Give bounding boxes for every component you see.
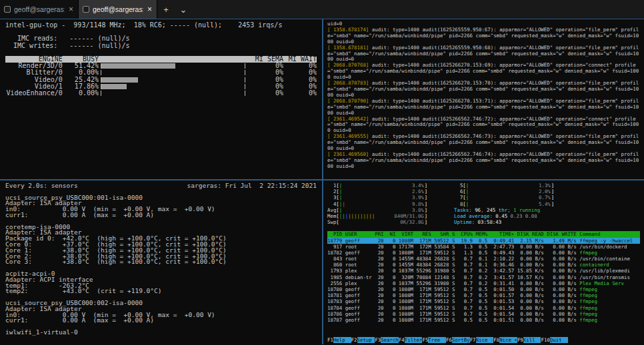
audit-record: [ 2361.469542] audit: type=1400 audit(16… xyxy=(327,117,640,135)
meter-value: 1.3% xyxy=(539,182,551,188)
tab-title: geoff@sargeras: ~ xyxy=(14,5,65,13)
cpu-meter-2: 2[|2.6%] xyxy=(327,188,427,194)
pane-intel-gpu-top[interactable]: intel-gpu-top - 993/1148 MHz; 18% RC6; -… xyxy=(0,19,322,179)
tab-dropdown-button[interactable]: ⌄ xyxy=(175,0,192,19)
function-key[interactable]: F3Search xyxy=(375,337,399,343)
meter-bar: |2.6% xyxy=(339,188,425,194)
audit-timestamp: [ 2361.469560] xyxy=(327,151,369,157)
audit-message: audit: type=1400 audit(1625266270.153:70… xyxy=(327,80,639,98)
process-row[interactable]: 18783 geoff 20 0 1080M 171M 59512 S 0.7 … xyxy=(327,298,640,304)
meter-value: 0K/32.0G xyxy=(400,219,424,225)
function-key[interactable]: F6SortBy xyxy=(446,337,470,343)
function-key[interactable]: F7Nice - xyxy=(470,337,494,343)
process-command: ffmpeg xyxy=(579,292,597,298)
audit-message: audit: type=1400 audit(1625265559.950:67… xyxy=(327,27,639,45)
audit-record: [ 2068.870790] audit: type=1400 audit(16… xyxy=(327,99,640,117)
process-row[interactable]: 843 root 20 0 1455M 48384 26828 S 0.7 0.… xyxy=(327,256,640,262)
sensors-line: curr1: 0.00 A (max = +0.00 A) xyxy=(5,212,317,218)
meter-bar: |1.3% xyxy=(466,182,551,188)
memory-meter: Mem[||||||||||||840M/31.0G] xyxy=(327,213,427,219)
cpu-meter-8: 8[|5.4%] xyxy=(454,201,554,207)
process-row[interactable]: 1793 plex 20 0 1037M 55296 31980 S 0.7 0… xyxy=(327,268,640,274)
pane-htop[interactable]: 1[|3.4%] 5[|1.3%] 2[|2.6%] 6[|2.0%] 3[|3… xyxy=(323,180,644,344)
function-key-label: Tree xyxy=(428,337,446,343)
meter-label: 4 xyxy=(327,201,336,207)
process-row[interactable]: 18782 geoff 20 0 1080M 171M 59512 S 1.3 … xyxy=(327,250,640,256)
process-fields: 2556 plex 20 0 1037M 55296 31980 S 0.7 0… xyxy=(327,280,579,286)
function-key-bar: F1Help F2Setup F3SearchF4FilterF5Tree F6… xyxy=(327,337,644,343)
function-key[interactable]: F2Setup xyxy=(351,337,375,343)
tab-terminal-1[interactable]: geoff@sargeras: ~ × xyxy=(0,0,79,19)
audit-message: audit: type=1400 audit(1625265559.950:68… xyxy=(327,45,639,63)
function-key[interactable]: F5Tree xyxy=(422,337,446,343)
process-row[interactable]: 917 root 20 0 1717M 172M 53584 S 1.3 0.5… xyxy=(327,244,640,250)
meter-bar: |5.4% xyxy=(466,201,551,207)
sensors-output: ucsi_source_psy_USBC000:001-isa-0000Adap… xyxy=(5,195,317,336)
process-command: ffmpeg xyxy=(579,250,597,256)
pane-watch-sensors[interactable]: Every 2.0s: sensors sargeras: Fri Jul 2 … xyxy=(0,180,322,344)
meter-bar: ||||||||||||840M/31.0G xyxy=(339,213,425,219)
sensors-line: iwlwifi_1-virtual-0 xyxy=(5,330,317,336)
load-average: Load average: 0.45 0.23 0.08 xyxy=(454,213,537,219)
process-fields: 18786 geoff 20 0 1080M 171M 59512 S 0.7 … xyxy=(327,311,579,317)
process-row[interactable]: 18780 geoff 20 0 1080M 171M 59512 S 0.7 … xyxy=(327,286,640,292)
audit-timestamp: [ 2068.870790] xyxy=(327,98,369,104)
swap-meter: Swp[0K/32.0G] xyxy=(327,219,427,225)
meter-value: 3.8% xyxy=(412,207,424,213)
cpu-meter-6: 6[|2.0%] xyxy=(454,188,554,194)
new-tab-button[interactable]: + xyxy=(157,0,175,19)
close-tab-icon[interactable]: × xyxy=(68,5,74,14)
process-row[interactable]: 18779 geoff 20 0 1080M 171M 59512 S 19.9… xyxy=(327,238,640,244)
gpu-busy-bar xyxy=(101,63,245,69)
pane-audit-log[interactable]: uid=0[ 1358.678174] audit: type=1400 aud… xyxy=(323,19,644,179)
gpu-mi-wait-value: 0% xyxy=(283,90,317,97)
meter-label: 7 xyxy=(454,194,463,200)
function-key-label: Nice - xyxy=(476,337,494,343)
function-key[interactable]: F10Quit xyxy=(541,337,567,343)
sensors-line: Core 3: +38.0°C (high = +100.0°C, crit =… xyxy=(5,259,317,265)
close-tab-icon[interactable]: × xyxy=(147,5,153,14)
process-command: ffmpeg xyxy=(579,311,597,317)
function-key[interactable]: F8Nice + xyxy=(493,337,517,343)
gpu-busy-bar-fill xyxy=(101,77,138,83)
meter-value: 0.7% xyxy=(539,194,551,200)
process-row[interactable]: 18787 geoff 20 0 1080M 171M 59512 S 0.5 … xyxy=(327,317,640,323)
gpu-engine-label: VideoEnhance/0 0.00% xyxy=(5,90,99,97)
tab-terminal-2[interactable]: geoff@sargeras: ~ × xyxy=(79,0,157,19)
process-fields: 1793 plex 20 0 1037M 55296 31980 S 0.7 0… xyxy=(327,268,579,274)
function-key-number: F1 xyxy=(327,337,333,343)
meter-bar: |2.0% xyxy=(466,188,551,194)
process-fields: 843 root 20 0 1455M 48384 26828 S 0.7 0.… xyxy=(327,256,579,262)
meter-label: 5 xyxy=(454,182,463,188)
function-key[interactable]: F4Filter xyxy=(399,337,423,343)
function-key[interactable]: F9Kill xyxy=(517,337,541,343)
function-key-number: F4 xyxy=(399,337,405,343)
meter-label: Mem xyxy=(327,213,336,219)
gpu-header-bar-spacer xyxy=(101,57,245,62)
process-table-header[interactable]: PID USER PRI NI VIRT RES SHR S CPU% MEM%… xyxy=(327,231,640,237)
process-list: 18779 geoff 20 0 1080M 171M 59512 S 19.9… xyxy=(327,238,640,324)
function-key[interactable]: F1Help xyxy=(327,337,351,343)
process-row[interactable]: 2556 plex 20 0 1037M 55296 31980 S 0.7 0… xyxy=(327,280,640,286)
cpu-meter-1: 1[|3.4%] xyxy=(327,182,427,188)
meter-label: 2 xyxy=(327,188,336,194)
audit-message: audit: type=1400 audit(1625266562.746:73… xyxy=(327,133,639,151)
htop-meters: 1[|3.4%] 5[|1.3%] 2[|2.6%] 6[|2.0%] 3[|3… xyxy=(327,182,640,225)
function-key-label: Nice + xyxy=(499,337,517,343)
process-row[interactable]: 1985 debian-tr 20 0 320M 70884 12148 S 0… xyxy=(327,274,640,280)
meter-label: Avg xyxy=(327,207,336,213)
process-command: containerd xyxy=(579,262,609,268)
audit-log: uid=0[ 1358.678174] audit: type=1400 aud… xyxy=(327,21,640,170)
gpu-imc-writes: IMC writes: ------ (null)/s xyxy=(5,43,317,49)
meter-label: 8 xyxy=(454,201,463,207)
process-command: /usr/lib/plexmedi xyxy=(579,268,630,274)
process-fields: 18783 geoff 20 0 1080M 171M 59512 S 0.7 … xyxy=(327,298,579,304)
process-row[interactable]: 18784 geoff 20 0 1080M 171M 59512 S 0.7 … xyxy=(327,305,640,311)
process-row[interactable]: 18786 geoff 20 0 1080M 171M 59512 S 0.7 … xyxy=(327,311,640,317)
process-command: /usr/bin/containe xyxy=(579,256,630,262)
process-command: /usr/bin/dockerd xyxy=(579,244,627,250)
process-row[interactable]: 860 root 20 0 1455M 48384 26828 S 0.7 0.… xyxy=(327,262,640,268)
tasks-summary: Tasks: 96, 245 thr; 1 running xyxy=(454,207,540,213)
meter-value: 840M/31.0G xyxy=(394,213,424,219)
process-row[interactable]: 18781 geoff 20 0 1080M 171M 59512 S 0.7 … xyxy=(327,292,640,298)
